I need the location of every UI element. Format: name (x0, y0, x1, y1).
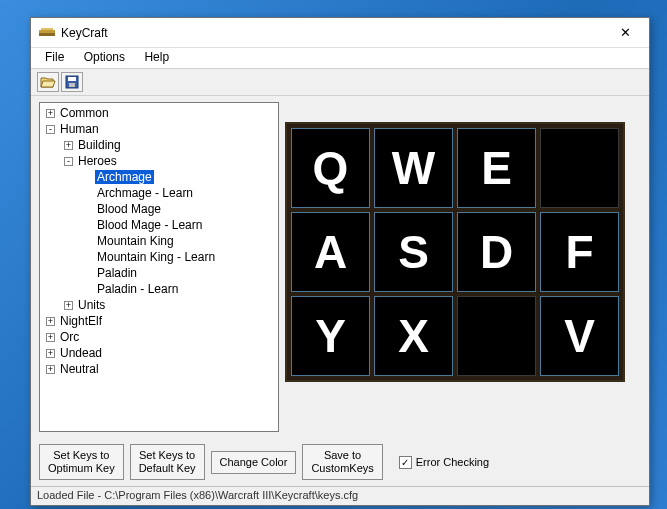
svg-rect-2 (39, 33, 55, 36)
key-label: V (564, 309, 595, 363)
default-key-button[interactable]: Set Keys to Default Key (130, 444, 205, 480)
open-button[interactable] (37, 72, 59, 92)
tree-item-label: Common (58, 106, 111, 120)
key-label: F (565, 225, 593, 279)
expand-icon[interactable]: + (64, 301, 73, 310)
menubar: File Options Help (31, 48, 649, 69)
tree-item[interactable]: Blood Mage - Learn (40, 217, 278, 233)
key-cell[interactable]: A (291, 212, 370, 292)
change-color-button[interactable]: Change Color (211, 451, 297, 474)
tree-item[interactable]: +NightElf (40, 313, 278, 329)
svg-rect-4 (68, 77, 76, 81)
key-label: Y (315, 309, 346, 363)
tree-item-label: Paladin (95, 266, 139, 280)
tree-item[interactable]: Archmage - Learn (40, 185, 278, 201)
tree-item-label: Paladin - Learn (95, 282, 180, 296)
tree-item[interactable]: -Heroes (40, 153, 278, 169)
key-cell[interactable]: W (374, 128, 453, 208)
close-icon: ✕ (620, 25, 631, 40)
key-cell[interactable]: V (540, 296, 619, 376)
key-cell[interactable]: E (457, 128, 536, 208)
tree-item[interactable]: +Building (40, 137, 278, 153)
svg-rect-5 (69, 83, 75, 87)
key-label: S (398, 225, 429, 279)
collapse-icon[interactable]: - (64, 157, 73, 166)
key-label: A (314, 225, 347, 279)
key-grid: QWEASDFYXV (285, 122, 625, 382)
tree-item[interactable]: Mountain King - Learn (40, 249, 278, 265)
svg-rect-0 (39, 30, 55, 33)
key-cell[interactable]: F (540, 212, 619, 292)
tree-item[interactable]: Blood Mage (40, 201, 278, 217)
tree-item-label: Blood Mage - Learn (95, 218, 204, 232)
tree-item-label: NightElf (58, 314, 104, 328)
tree-item[interactable]: Archmage (40, 169, 278, 185)
tree-item[interactable]: Mountain King (40, 233, 278, 249)
expand-icon[interactable]: + (46, 109, 55, 118)
expand-icon[interactable]: + (46, 349, 55, 358)
key-label: W (392, 141, 435, 195)
optimum-key-button[interactable]: Set Keys to Optimum Key (39, 444, 124, 480)
titlebar: KeyCraft ✕ (31, 18, 649, 48)
collapse-icon[interactable]: - (46, 125, 55, 134)
tree-item[interactable]: -Human (40, 121, 278, 137)
open-icon (40, 75, 56, 89)
status-text: Loaded File - C:\Program Files (x86)\War… (37, 489, 358, 501)
tree-item-label: Mountain King - Learn (95, 250, 217, 264)
expand-icon[interactable]: + (46, 365, 55, 374)
toolbar (31, 69, 649, 96)
tree-item-label: Mountain King (95, 234, 176, 248)
key-cell[interactable]: Y (291, 296, 370, 376)
key-cell[interactable] (457, 296, 536, 376)
key-cell[interactable]: Q (291, 128, 370, 208)
error-checking-checkbox[interactable]: ✓ (399, 456, 412, 469)
keygrid-panel: QWEASDFYXV (285, 102, 641, 432)
tree-item[interactable]: +Units (40, 297, 278, 313)
window-title: KeyCraft (61, 26, 605, 40)
tree-item-label: Undead (58, 346, 104, 360)
tree-item[interactable]: +Neutral (40, 361, 278, 377)
key-cell[interactable]: S (374, 212, 453, 292)
expand-icon[interactable]: + (46, 333, 55, 342)
check-icon: ✓ (401, 457, 409, 468)
app-icon (39, 27, 55, 39)
tree-item-label: Units (76, 298, 107, 312)
tree-item-label: Neutral (58, 362, 101, 376)
save-customkeys-button[interactable]: Save to CustomKeys (302, 444, 382, 480)
unit-tree[interactable]: +Common-Human+Building-HeroesArchmageArc… (39, 102, 279, 432)
tree-item[interactable]: +Common (40, 105, 278, 121)
button-row: Set Keys to Optimum Key Set Keys to Defa… (31, 438, 649, 486)
expand-icon[interactable]: + (46, 317, 55, 326)
tree-item[interactable]: +Orc (40, 329, 278, 345)
tree-item-label: Orc (58, 330, 81, 344)
close-button[interactable]: ✕ (605, 19, 645, 47)
save-icon (65, 75, 79, 89)
key-label: D (480, 225, 513, 279)
tree-item-label: Blood Mage (95, 202, 163, 216)
tree-item-label: Human (58, 122, 101, 136)
tree-item-label: Heroes (76, 154, 119, 168)
tree-item-label: Archmage (95, 170, 154, 184)
menu-options[interactable]: Options (76, 48, 133, 66)
tree-item[interactable]: Paladin (40, 265, 278, 281)
key-label: E (481, 141, 512, 195)
app-window: KeyCraft ✕ File Options Help +Common-Hum… (30, 17, 650, 506)
key-cell[interactable]: D (457, 212, 536, 292)
key-label: X (398, 309, 429, 363)
error-checking-label: Error Checking (416, 456, 489, 468)
tree-item-label: Building (76, 138, 123, 152)
key-label: Q (313, 141, 349, 195)
key-cell[interactable] (540, 128, 619, 208)
tree-item-label: Archmage - Learn (95, 186, 195, 200)
menu-help[interactable]: Help (136, 48, 177, 66)
status-bar: Loaded File - C:\Program Files (x86)\War… (31, 486, 649, 505)
expand-icon[interactable]: + (64, 141, 73, 150)
main-area: +Common-Human+Building-HeroesArchmageArc… (31, 96, 649, 438)
key-cell[interactable]: X (374, 296, 453, 376)
error-checking-wrap: ✓ Error Checking (399, 456, 489, 469)
save-button[interactable] (61, 72, 83, 92)
tree-item[interactable]: +Undead (40, 345, 278, 361)
tree-item[interactable]: Paladin - Learn (40, 281, 278, 297)
menu-file[interactable]: File (37, 48, 72, 66)
svg-rect-1 (41, 28, 53, 30)
